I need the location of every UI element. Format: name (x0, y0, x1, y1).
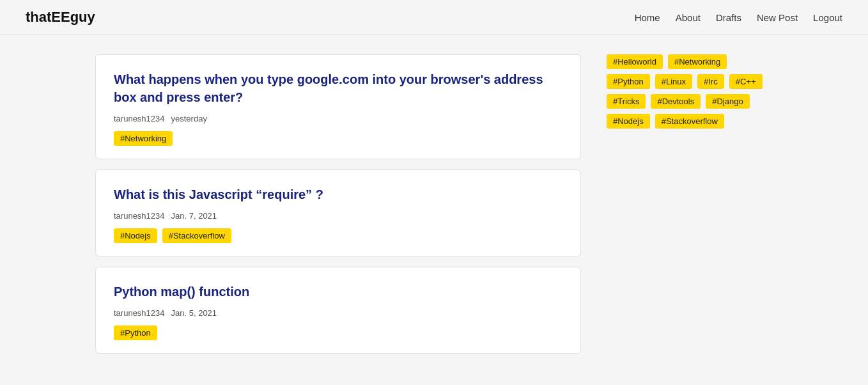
posts-column: What happens when you type google.com in… (95, 54, 581, 354)
post-title[interactable]: What is this Javascript “require” ? (114, 185, 562, 203)
post-title[interactable]: What happens when you type google.com in… (114, 70, 562, 106)
post-card: What happens when you type google.com in… (95, 54, 581, 159)
post-date: Jan. 7, 2021 (171, 211, 217, 221)
post-card: Python map() functiontarunesh1234Jan. 5,… (95, 267, 581, 354)
post-tags: #Networking (114, 131, 562, 146)
post-date: yesterday (171, 114, 207, 123)
sidebar-tags: #Helloworld#Networking#Python#Linux#Irc#… (607, 54, 773, 129)
post-author: tarunesh1234 (114, 308, 165, 318)
nav-link-new-post[interactable]: New Post (757, 12, 798, 23)
post-author: tarunesh1234 (114, 211, 165, 221)
post-title[interactable]: Python map() function (114, 283, 562, 301)
tag[interactable]: #Stackoverflow (162, 228, 231, 243)
post-date: Jan. 5, 2021 (171, 308, 217, 318)
main-nav: HomeAboutDraftsNew PostLogout (635, 12, 842, 23)
tag[interactable]: #Networking (114, 131, 173, 146)
post-tags: #Nodejs#Stackoverflow (114, 228, 562, 243)
nav-link-drafts[interactable]: Drafts (716, 12, 741, 23)
sidebar-tag[interactable]: #C++ (729, 74, 763, 89)
sidebar-tag[interactable]: #Linux (655, 74, 692, 89)
nav-link-logout[interactable]: Logout (813, 12, 842, 23)
sidebar-tag[interactable]: #Tricks (607, 94, 646, 109)
post-card: What is this Javascript “require” ?tarun… (95, 169, 581, 256)
main-container: What happens when you type google.com in… (82, 54, 786, 354)
tag[interactable]: #Python (114, 326, 157, 340)
nav-link-about[interactable]: About (676, 12, 701, 23)
site-title: thatEEguy (26, 9, 95, 26)
post-meta: tarunesh1234yesterday (114, 114, 562, 123)
sidebar-tag[interactable]: #Python (607, 74, 650, 89)
sidebar-tag[interactable]: #Stackoverflow (655, 114, 724, 129)
tag[interactable]: #Nodejs (114, 228, 157, 243)
post-meta: tarunesh1234Jan. 7, 2021 (114, 211, 562, 221)
post-author: tarunesh1234 (114, 114, 165, 123)
site-header: thatEEguy HomeAboutDraftsNew PostLogout (0, 0, 868, 35)
sidebar-tag[interactable]: #Helloworld (607, 54, 663, 69)
sidebar-tag[interactable]: #Irc (697, 74, 724, 89)
post-meta: tarunesh1234Jan. 5, 2021 (114, 308, 562, 318)
sidebar-tag[interactable]: #Networking (668, 54, 727, 69)
sidebar: #Helloworld#Networking#Python#Linux#Irc#… (607, 54, 773, 354)
sidebar-tag[interactable]: #Django (706, 94, 749, 109)
sidebar-tag[interactable]: #Devtools (651, 94, 701, 109)
nav-link-home[interactable]: Home (635, 12, 660, 23)
sidebar-tag[interactable]: #Nodejs (607, 114, 650, 129)
post-tags: #Python (114, 326, 562, 340)
